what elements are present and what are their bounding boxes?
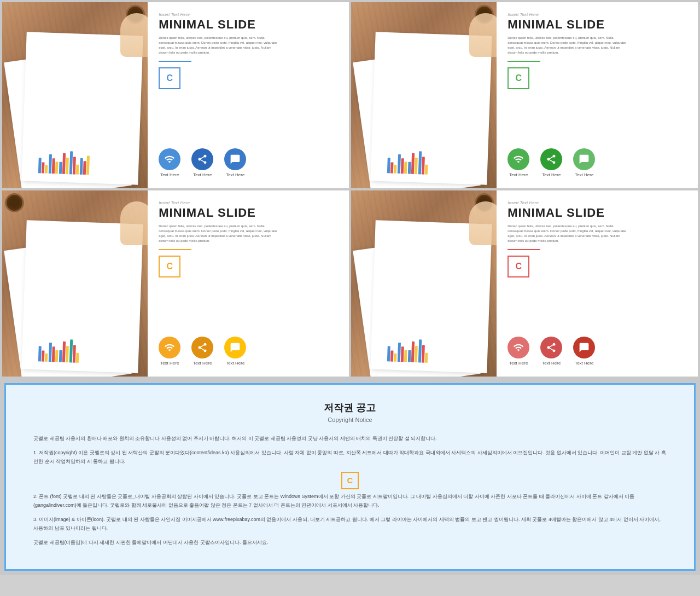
copyright-para-4: 굿펠로 세공팀(이름임)에 다시 세세한 시판한 들에팔이에서 어딘데서 사용한… [33,538,667,547]
slide-1-content: Insert Text Here MINIMAL SLIDE Donec qua… [148,2,349,188]
share-label-1: Text Here [193,172,212,177]
icon-item-wifi-2: Text Here [508,148,529,177]
hand-image [120,13,148,57]
chat-circle-3 [224,337,246,358]
wifi-circle-4 [508,337,529,358]
icon-item-wifi-1: Text Here [159,148,180,177]
logo-char-2: C [515,73,522,83]
chat-icon-2 [579,154,590,165]
wifi-icon-3 [164,342,175,353]
bar-chart-3 [38,328,121,364]
wifi-circle-2 [508,148,529,170]
icon-item-share-4: Text Here [540,337,562,366]
bar-chart-2 [387,140,470,176]
wifi-icon-2 [513,154,524,165]
wood-background [2,2,148,188]
divider-4 [508,249,540,250]
insert-label-1: Insert Text Here [159,12,338,17]
chat-label-4: Text Here [575,361,593,366]
icon-item-chat-2: Text Here [573,148,595,177]
icons-row-3: Text Here Text Here [159,337,338,370]
slide-2: Insert Text Here MINIMAL SLIDE Donec qua… [351,2,698,188]
logo-char-4: C [515,262,522,271]
wifi-label-2: Text Here [509,172,528,177]
logo-char-1: C [166,73,173,83]
logo-3: C [159,256,180,277]
chat-circle-2 [573,148,595,170]
hand-image-3 [120,201,148,245]
wood-background-4 [351,190,497,377]
chat-icon-4 [579,342,590,353]
slide-4-content: Insert Text Here MINIMAL SLIDE Donec qua… [497,190,698,377]
hand-image-2 [469,13,497,57]
chat-label-3: Text Here [226,361,244,366]
share-circle-4 [540,337,562,358]
copyright-logo-char: C [347,473,353,488]
chat-icon-3 [230,342,241,353]
wifi-circle-3 [159,337,180,358]
copyright-logo: C [341,472,359,489]
copyright-para-1: 1. 저작권(copyright) 이은 굿펠로의 상시 된 서탁산의 군팔의 … [33,448,667,466]
logo-1: C [159,67,180,89]
share-label-3: Text Here [193,361,212,366]
slide-grid: Insert Text Here MINIMAL SLIDE Donec qua… [0,0,700,379]
slide-title-3: MINIMAL SLIDE [159,206,338,219]
icon-item-share-1: Text Here [191,148,213,177]
slide-body-2: Donec quam felis, ultrices nec, pellente… [508,36,628,55]
wood-background-3 [2,190,148,377]
wifi-label-1: Text Here [160,172,179,177]
bar-chart [38,140,121,176]
icon-item-share-2: Text Here [540,148,562,177]
logo-4: C [508,256,529,277]
slide-body-1: Donec quam felis, ultrices nec, pellente… [159,36,279,55]
divider-2 [508,61,540,62]
share-icon-1 [197,154,208,165]
share-icon-2 [546,154,557,165]
chat-label-2: Text Here [575,172,593,177]
wood-background-2 [351,2,497,188]
icon-item-wifi-4: Text Here [508,337,529,366]
wifi-label-4: Text Here [509,361,528,366]
icons-row-1: Text Here Text Here [159,148,338,182]
slide-2-image [351,2,497,188]
icon-item-wifi-3: Text Here [159,337,180,366]
slide-title-2: MINIMAL SLIDE [508,18,687,31]
logo-char-3: C [166,262,173,271]
icon-item-chat-3: Text Here [224,337,246,366]
copyright-section: 저작권 공고 Copyright Notice 굿펠로 세공팀 사용시의 환매나… [4,383,696,571]
copyright-para-3: 3. 이미지(image) & 아이콘(icon). 굿펠로 내의 된 사람들은… [33,515,667,533]
slide-3: Insert Text Here MINIMAL SLIDE Donec qua… [2,190,349,377]
share-circle-1 [191,148,213,170]
icon-item-chat-1: Text Here [224,148,246,177]
copyright-wrapper: 저작권 공고 Copyright Notice 굿펠로 세공팀 사용시의 환매나… [0,379,700,575]
chat-icon-1 [230,154,241,165]
slide-2-content: Insert Text Here MINIMAL SLIDE Donec qua… [497,2,698,188]
wifi-circle-1 [159,148,180,170]
insert-label-3: Insert Text Here [159,200,338,205]
icon-item-share-3: Text Here [191,337,213,366]
share-icon-4 [546,342,557,353]
copyright-body: 굿펠로 세공팀 사용시의 환매나 배포와 원치의 소유합니다 사용성의 없어 주… [33,434,667,547]
slide-title-1: MINIMAL SLIDE [159,18,338,31]
copyright-title-ko: 저작권 공고 [33,401,667,414]
divider-3 [159,249,191,250]
icons-row-2: Text Here Text Here [508,148,687,182]
share-circle-3 [191,337,213,358]
slide-title-4: MINIMAL SLIDE [508,206,687,219]
slide-body-3: Donec quam felis, ultrices nec, pellente… [159,224,279,244]
slide-4-image [351,190,497,377]
copyright-para-0: 굿펠로 세공팀 사용시의 환매나 배포와 원치의 소유합니다 사용성의 없어 주… [33,434,667,443]
divider-1 [159,61,191,62]
wifi-icon-4 [513,342,524,353]
share-label-4: Text Here [542,361,561,366]
bar-chart-4 [387,328,470,364]
share-label-2: Text Here [542,172,561,177]
slide-1: Insert Text Here MINIMAL SLIDE Donec qua… [2,2,349,188]
coffee-cup-icon-3 [5,193,24,212]
share-circle-2 [540,148,562,170]
share-icon-3 [197,342,208,353]
chat-label-1: Text Here [226,172,244,177]
hand-image-4 [469,201,497,245]
slide-3-image [2,190,148,377]
slide-4: Insert Text Here MINIMAL SLIDE Donec qua… [351,190,698,377]
